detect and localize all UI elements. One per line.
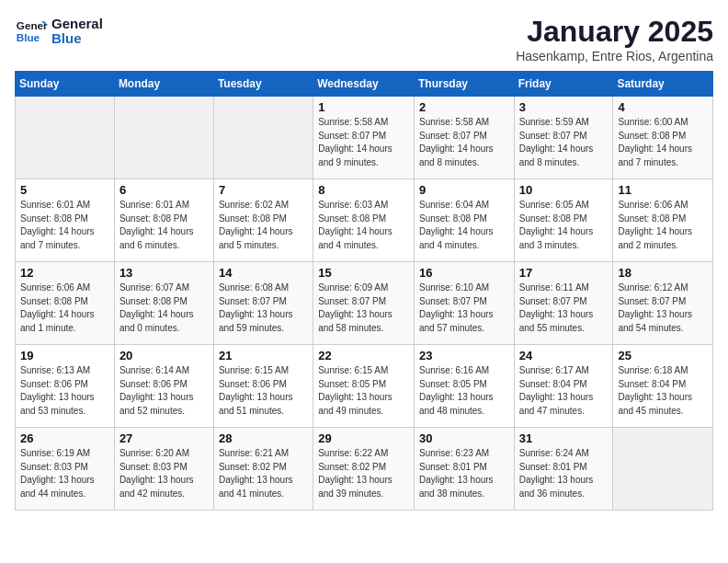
logo: General Blue General Blue: [15, 15, 103, 48]
calendar-subtitle: Hasenkamp, Entre Rios, Argentina: [516, 49, 713, 63]
calendar-cell: 28Sunrise: 6:21 AMSunset: 8:02 PMDayligh…: [213, 428, 313, 511]
day-number: 17: [519, 266, 609, 280]
day-info: Sunrise: 6:11 AMSunset: 8:07 PMDaylight:…: [519, 282, 609, 335]
day-info: Sunrise: 6:07 AMSunset: 8:08 PMDaylight:…: [119, 282, 209, 335]
calendar-cell: [613, 428, 713, 511]
day-number: 4: [618, 100, 708, 114]
day-info: Sunrise: 6:06 AMSunset: 8:08 PMDaylight:…: [20, 282, 109, 335]
day-info: Sunrise: 6:18 AMSunset: 8:04 PMDaylight:…: [618, 364, 708, 418]
calendar-cell: 1Sunrise: 5:58 AMSunset: 8:07 PMDaylight…: [313, 97, 415, 179]
day-number: 3: [519, 100, 609, 114]
weekday-header-friday: Friday: [514, 72, 613, 97]
day-info: Sunrise: 6:02 AMSunset: 8:08 PMDaylight:…: [219, 199, 308, 252]
weekday-row: SundayMondayTuesdayWednesdayThursdayFrid…: [16, 72, 713, 97]
weekday-header-wednesday: Wednesday: [313, 72, 415, 97]
day-number: 12: [20, 266, 109, 280]
calendar-cell: 21Sunrise: 6:15 AMSunset: 8:06 PMDayligh…: [213, 345, 313, 428]
calendar-cell: 10Sunrise: 6:05 AMSunset: 8:08 PMDayligh…: [514, 179, 613, 262]
calendar-header: SundayMondayTuesdayWednesdayThursdayFrid…: [16, 72, 713, 97]
day-info: Sunrise: 6:15 AMSunset: 8:05 PMDaylight:…: [318, 364, 409, 418]
calendar-cell: 8Sunrise: 6:03 AMSunset: 8:08 PMDaylight…: [313, 179, 415, 262]
day-number: 30: [419, 431, 509, 445]
day-number: 29: [318, 431, 409, 445]
day-number: 31: [519, 431, 609, 445]
day-info: Sunrise: 6:13 AMSunset: 8:06 PMDaylight:…: [20, 364, 109, 418]
calendar-cell: [213, 97, 313, 179]
day-number: 16: [419, 266, 509, 280]
weekday-header-thursday: Thursday: [414, 72, 514, 97]
day-info: Sunrise: 6:22 AMSunset: 8:02 PMDaylight:…: [318, 447, 409, 500]
day-info: Sunrise: 6:20 AMSunset: 8:03 PMDaylight:…: [119, 447, 209, 500]
day-number: 26: [20, 431, 109, 445]
day-number: 11: [618, 183, 708, 197]
calendar-week-2: 5Sunrise: 6:01 AMSunset: 8:08 PMDaylight…: [16, 179, 713, 262]
calendar-cell: 13Sunrise: 6:07 AMSunset: 8:08 PMDayligh…: [114, 262, 213, 345]
calendar-cell: 27Sunrise: 6:20 AMSunset: 8:03 PMDayligh…: [114, 428, 213, 511]
calendar-cell: 6Sunrise: 6:01 AMSunset: 8:08 PMDaylight…: [114, 179, 213, 262]
calendar-cell: 22Sunrise: 6:15 AMSunset: 8:05 PMDayligh…: [313, 345, 415, 428]
calendar-table: SundayMondayTuesdayWednesdayThursdayFrid…: [15, 71, 713, 511]
calendar-cell: 18Sunrise: 6:12 AMSunset: 8:07 PMDayligh…: [613, 262, 713, 345]
day-info: Sunrise: 5:58 AMSunset: 8:07 PMDaylight:…: [419, 116, 509, 169]
day-number: 24: [519, 349, 609, 362]
day-number: 7: [219, 183, 308, 197]
logo-blue: Blue: [51, 31, 103, 47]
day-number: 6: [119, 183, 209, 197]
day-info: Sunrise: 6:24 AMSunset: 8:01 PMDaylight:…: [519, 447, 609, 500]
calendar-week-1: 1Sunrise: 5:58 AMSunset: 8:07 PMDaylight…: [16, 97, 713, 179]
calendar-week-5: 26Sunrise: 6:19 AMSunset: 8:03 PMDayligh…: [16, 428, 713, 511]
calendar-cell: 15Sunrise: 6:09 AMSunset: 8:07 PMDayligh…: [313, 262, 415, 345]
calendar-week-4: 19Sunrise: 6:13 AMSunset: 8:06 PMDayligh…: [16, 345, 713, 428]
calendar-cell: 14Sunrise: 6:08 AMSunset: 8:07 PMDayligh…: [213, 262, 313, 345]
day-number: 19: [20, 349, 109, 362]
day-info: Sunrise: 5:59 AMSunset: 8:07 PMDaylight:…: [519, 116, 609, 169]
calendar-title: January 2025: [516, 15, 713, 49]
calendar-cell: 24Sunrise: 6:17 AMSunset: 8:04 PMDayligh…: [514, 345, 613, 428]
calendar-cell: 5Sunrise: 6:01 AMSunset: 8:08 PMDaylight…: [16, 179, 115, 262]
day-number: 22: [318, 349, 409, 362]
day-number: 14: [219, 266, 308, 280]
calendar-cell: 16Sunrise: 6:10 AMSunset: 8:07 PMDayligh…: [414, 262, 514, 345]
day-info: Sunrise: 6:01 AMSunset: 8:08 PMDaylight:…: [20, 199, 109, 252]
calendar-cell: 20Sunrise: 6:14 AMSunset: 8:06 PMDayligh…: [114, 345, 213, 428]
calendar-cell: 12Sunrise: 6:06 AMSunset: 8:08 PMDayligh…: [16, 262, 115, 345]
calendar-cell: [16, 97, 115, 179]
day-info: Sunrise: 6:10 AMSunset: 8:07 PMDaylight:…: [419, 282, 509, 335]
calendar-cell: 26Sunrise: 6:19 AMSunset: 8:03 PMDayligh…: [16, 428, 115, 511]
day-number: 27: [119, 431, 209, 445]
logo-general: General: [51, 17, 103, 32]
weekday-header-tuesday: Tuesday: [213, 72, 313, 97]
day-info: Sunrise: 6:16 AMSunset: 8:05 PMDaylight:…: [419, 364, 509, 418]
day-info: Sunrise: 6:03 AMSunset: 8:08 PMDaylight:…: [318, 199, 409, 252]
day-info: Sunrise: 6:19 AMSunset: 8:03 PMDaylight:…: [20, 447, 109, 500]
day-info: Sunrise: 6:08 AMSunset: 8:07 PMDaylight:…: [219, 282, 308, 335]
day-info: Sunrise: 6:12 AMSunset: 8:07 PMDaylight:…: [618, 282, 708, 335]
logo-icon: General Blue: [15, 15, 48, 48]
calendar-cell: 29Sunrise: 6:22 AMSunset: 8:02 PMDayligh…: [313, 428, 415, 511]
day-number: 2: [419, 100, 509, 114]
day-info: Sunrise: 6:05 AMSunset: 8:08 PMDaylight:…: [519, 199, 609, 252]
day-number: 28: [219, 431, 308, 445]
calendar-cell: 30Sunrise: 6:23 AMSunset: 8:01 PMDayligh…: [414, 428, 514, 511]
day-number: 15: [318, 266, 409, 280]
svg-text:General: General: [17, 19, 48, 31]
day-number: 21: [219, 349, 308, 362]
day-number: 18: [618, 266, 708, 280]
calendar-cell: 31Sunrise: 6:24 AMSunset: 8:01 PMDayligh…: [514, 428, 613, 511]
day-number: 1: [318, 100, 409, 114]
svg-text:Blue: Blue: [17, 31, 40, 43]
day-info: Sunrise: 6:06 AMSunset: 8:08 PMDaylight:…: [618, 199, 708, 252]
day-info: Sunrise: 6:00 AMSunset: 8:08 PMDaylight:…: [618, 116, 708, 169]
day-number: 25: [618, 349, 708, 362]
day-info: Sunrise: 6:04 AMSunset: 8:08 PMDaylight:…: [419, 199, 509, 252]
page-header: General Blue General Blue January 2025 H…: [15, 15, 713, 63]
calendar-cell: 9Sunrise: 6:04 AMSunset: 8:08 PMDaylight…: [414, 179, 514, 262]
day-info: Sunrise: 6:15 AMSunset: 8:06 PMDaylight:…: [219, 364, 308, 418]
weekday-header-saturday: Saturday: [613, 72, 713, 97]
weekday-header-sunday: Sunday: [16, 72, 115, 97]
calendar-cell: 11Sunrise: 6:06 AMSunset: 8:08 PMDayligh…: [613, 179, 713, 262]
calendar-cell: 25Sunrise: 6:18 AMSunset: 8:04 PMDayligh…: [613, 345, 713, 428]
calendar-cell: 2Sunrise: 5:58 AMSunset: 8:07 PMDaylight…: [414, 97, 514, 179]
calendar-cell: 23Sunrise: 6:16 AMSunset: 8:05 PMDayligh…: [414, 345, 514, 428]
day-number: 13: [119, 266, 209, 280]
